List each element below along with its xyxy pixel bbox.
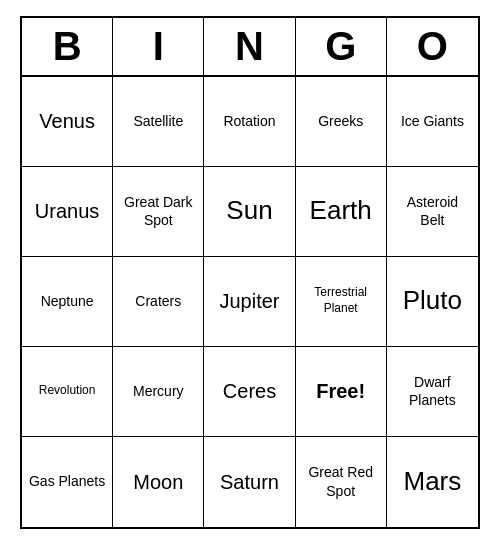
bingo-cell-1: Satellite bbox=[113, 77, 204, 167]
bingo-cell-5: Uranus bbox=[22, 167, 113, 257]
bingo-cell-7: Sun bbox=[204, 167, 295, 257]
bingo-letter-I: I bbox=[113, 18, 204, 75]
bingo-header: BINGO bbox=[22, 18, 478, 77]
bingo-card: BINGO VenusSatelliteRotationGreeksIce Gi… bbox=[20, 16, 480, 529]
bingo-cell-2: Rotation bbox=[204, 77, 295, 167]
bingo-cell-4: Ice Giants bbox=[387, 77, 478, 167]
bingo-letter-G: G bbox=[296, 18, 387, 75]
bingo-cell-6: Great Dark Spot bbox=[113, 167, 204, 257]
bingo-cell-12: Jupiter bbox=[204, 257, 295, 347]
bingo-cell-20: Gas Planets bbox=[22, 437, 113, 527]
bingo-cell-19: Dwarf Planets bbox=[387, 347, 478, 437]
bingo-cell-23: Great Red Spot bbox=[296, 437, 387, 527]
bingo-cell-18: Free! bbox=[296, 347, 387, 437]
bingo-cell-17: Ceres bbox=[204, 347, 295, 437]
bingo-cell-24: Mars bbox=[387, 437, 478, 527]
bingo-letter-B: B bbox=[22, 18, 113, 75]
bingo-cell-22: Saturn bbox=[204, 437, 295, 527]
bingo-cell-16: Mercury bbox=[113, 347, 204, 437]
bingo-cell-9: Asteroid Belt bbox=[387, 167, 478, 257]
bingo-cell-21: Moon bbox=[113, 437, 204, 527]
bingo-cell-10: Neptune bbox=[22, 257, 113, 347]
bingo-grid: VenusSatelliteRotationGreeksIce GiantsUr… bbox=[22, 77, 478, 527]
bingo-cell-15: Revolution bbox=[22, 347, 113, 437]
bingo-letter-N: N bbox=[204, 18, 295, 75]
bingo-cell-14: Pluto bbox=[387, 257, 478, 347]
bingo-cell-13: Terrestrial Planet bbox=[296, 257, 387, 347]
bingo-cell-3: Greeks bbox=[296, 77, 387, 167]
bingo-letter-O: O bbox=[387, 18, 478, 75]
bingo-cell-8: Earth bbox=[296, 167, 387, 257]
bingo-cell-11: Craters bbox=[113, 257, 204, 347]
bingo-cell-0: Venus bbox=[22, 77, 113, 167]
